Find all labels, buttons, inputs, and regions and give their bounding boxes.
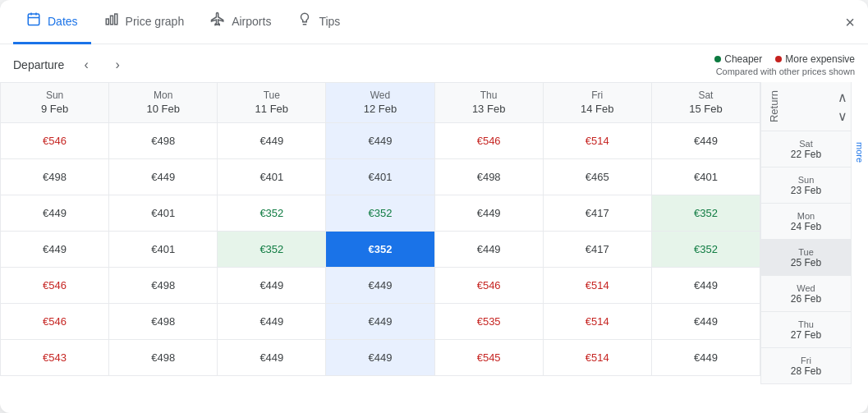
- price-cell[interactable]: €465: [543, 159, 651, 195]
- tab-airports[interactable]: Airports: [197, 0, 284, 44]
- price-cell[interactable]: €449: [651, 304, 760, 340]
- svg-rect-6: [114, 14, 117, 25]
- price-cell[interactable]: €543: [1, 340, 109, 376]
- price-cell[interactable]: €449: [1, 232, 109, 268]
- next-button[interactable]: ›: [105, 53, 130, 77]
- tab-tips-label: Tips: [319, 15, 340, 28]
- flight-modal: Dates Price graph Airports Tips × Depart…: [0, 0, 868, 413]
- price-cell[interactable]: €545: [434, 340, 543, 376]
- price-cell[interactable]: €417: [543, 195, 651, 232]
- return-rows: Sat22 FebSun23 FebMon24 FebTue25 FebWed2…: [761, 131, 851, 384]
- return-day: Thu: [798, 319, 814, 329]
- tab-airports-label: Airports: [232, 15, 271, 28]
- price-cell[interactable]: €449: [326, 268, 434, 304]
- return-date-row[interactable]: Wed26 Feb: [761, 276, 851, 312]
- main-table-container: Sun9 Feb Mon10 Feb Tue11 Feb Wed12 Feb T…: [0, 82, 760, 384]
- return-date-row[interactable]: Tue25 Feb: [761, 240, 851, 276]
- price-cell[interactable]: €449: [218, 304, 326, 340]
- price-cell[interactable]: €352: [218, 195, 326, 232]
- return-up-button[interactable]: ∧: [836, 88, 849, 107]
- price-cell[interactable]: €449: [651, 123, 760, 159]
- svg-rect-4: [106, 19, 108, 25]
- price-cell[interactable]: €546: [1, 123, 109, 159]
- price-cell[interactable]: €449: [218, 340, 326, 376]
- price-cell[interactable]: €546: [1, 304, 109, 340]
- legend: Cheaper More expensive Compared with oth…: [714, 53, 855, 76]
- price-cell[interactable]: €449: [434, 232, 543, 268]
- return-date-row[interactable]: Fri28 Feb: [761, 348, 851, 384]
- close-button[interactable]: ×: [845, 14, 855, 30]
- return-day: Fri: [801, 356, 811, 365]
- col-sat: Sat15 Feb: [651, 83, 760, 123]
- departure-label: Departure: [13, 58, 64, 71]
- price-cell[interactable]: €449: [434, 195, 543, 232]
- col-thu: Thu13 Feb: [434, 83, 543, 123]
- price-cell[interactable]: €546: [434, 123, 543, 159]
- airplane-icon: [210, 11, 225, 30]
- price-cell[interactable]: €352: [651, 232, 760, 268]
- return-date: 22 Feb: [791, 149, 821, 160]
- tab-price-graph[interactable]: Price graph: [91, 0, 198, 44]
- price-cell[interactable]: €498: [1, 159, 109, 195]
- price-cell[interactable]: €417: [543, 232, 651, 268]
- return-date-row[interactable]: Mon24 Feb: [761, 204, 851, 240]
- return-panel: Return ∧ ∨ Sat22 FebSun23 FebMon24 FebTu…: [760, 82, 851, 384]
- col-tue: Tue11 Feb: [218, 83, 326, 123]
- price-cell[interactable]: €401: [109, 232, 218, 268]
- price-cell[interactable]: €401: [326, 159, 434, 195]
- col-wed: Wed12 Feb: [326, 83, 434, 123]
- price-cell[interactable]: €449: [218, 268, 326, 304]
- return-date: 26 Feb: [791, 293, 821, 305]
- return-date: 27 Feb: [791, 329, 821, 341]
- price-cell[interactable]: €546: [434, 268, 543, 304]
- price-cell[interactable]: €401: [109, 195, 218, 232]
- svg-rect-5: [110, 16, 113, 25]
- price-cell[interactable]: €352: [218, 232, 326, 268]
- price-cell[interactable]: €498: [109, 340, 218, 376]
- return-date-row[interactable]: Thu27 Feb: [761, 312, 851, 348]
- price-cell[interactable]: €449: [1, 195, 109, 232]
- price-cell[interactable]: €514: [543, 123, 651, 159]
- price-cell[interactable]: €449: [109, 159, 218, 195]
- price-cell[interactable]: €449: [651, 340, 760, 376]
- price-cell[interactable]: €449: [651, 268, 760, 304]
- col-fri: Fri14 Feb: [543, 83, 651, 123]
- more-expensive-label: More expensive: [785, 53, 855, 65]
- price-cell[interactable]: €514: [543, 304, 651, 340]
- return-down-button[interactable]: ∨: [836, 107, 849, 126]
- price-cell[interactable]: €535: [434, 304, 543, 340]
- price-cell[interactable]: €498: [109, 268, 218, 304]
- return-date-row[interactable]: Sat22 Feb: [761, 131, 851, 167]
- return-label: Return: [763, 87, 785, 126]
- price-cell[interactable]: €352: [326, 232, 434, 268]
- price-cell[interactable]: €401: [651, 159, 760, 195]
- more-panel: more: [851, 82, 868, 384]
- compare-label: Compared with other prices shown: [714, 67, 855, 76]
- price-cell[interactable]: €352: [326, 195, 434, 232]
- price-cell[interactable]: €498: [434, 159, 543, 195]
- price-cell[interactable]: €514: [543, 340, 651, 376]
- more-label[interactable]: more: [852, 135, 868, 169]
- tab-tips[interactable]: Tips: [284, 0, 353, 44]
- return-date: 25 Feb: [791, 257, 821, 268]
- return-date-row[interactable]: Sun23 Feb: [761, 167, 851, 204]
- return-date: 28 Feb: [791, 365, 821, 377]
- price-cell[interactable]: €498: [109, 304, 218, 340]
- col-sun: Sun9 Feb: [1, 83, 109, 123]
- return-day: Sat: [799, 139, 813, 149]
- price-cell[interactable]: €498: [109, 123, 218, 159]
- price-cell[interactable]: €449: [326, 340, 434, 376]
- expensive-dot: [775, 56, 782, 62]
- price-cell[interactable]: €352: [651, 195, 760, 232]
- prev-button[interactable]: ‹: [74, 53, 99, 77]
- price-cell[interactable]: €449: [326, 304, 434, 340]
- price-cell[interactable]: €449: [326, 123, 434, 159]
- return-nav-buttons: ∧ ∨: [836, 88, 849, 126]
- price-cell[interactable]: €401: [218, 159, 326, 195]
- tab-dates[interactable]: Dates: [13, 0, 91, 44]
- price-cell[interactable]: €449: [218, 123, 326, 159]
- price-cell[interactable]: €546: [1, 268, 109, 304]
- price-cell[interactable]: €514: [543, 268, 651, 304]
- lightbulb-icon: [297, 11, 312, 30]
- return-date: 24 Feb: [791, 221, 821, 232]
